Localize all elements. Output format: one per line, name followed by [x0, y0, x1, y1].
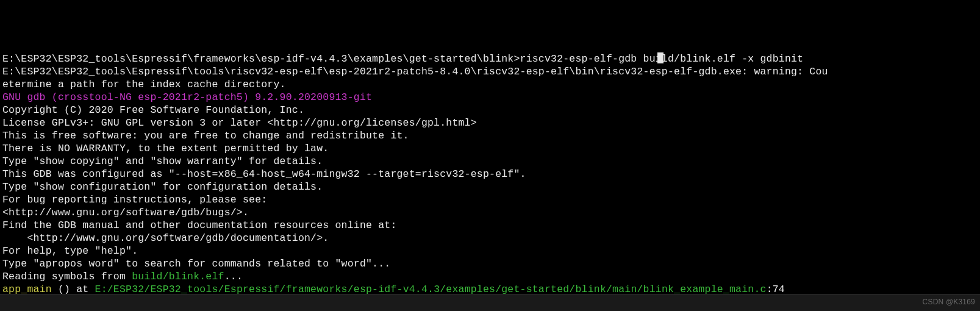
terminal-text-segment: There is NO WARRANTY, to the extent perm… [2, 143, 329, 154]
terminal-output[interactable]: E:\ESP32\ESP32_tools\Espressif\framework… [2, 52, 978, 296]
terminal-text-segment: Copyright (C) 2020 Free Software Foundat… [2, 104, 304, 116]
terminal-text-segment: Type "show configuration" for configurat… [2, 181, 323, 193]
watermark-text: CSDN @K3169 [923, 296, 975, 309]
terminal-text-segment: <http://www.gnu.org/software/gdb/bugs/>. [2, 207, 249, 218]
terminal-line: Type "show copying" and "show warranty" … [2, 155, 978, 168]
terminal-line: This GDB was configured as "--host=x86_6… [2, 168, 978, 181]
terminal-line: E:\ESP32\ESP32_tools\Espressif\framework… [2, 52, 978, 65]
terminal-text-segment: GNU gdb (crosstool-NG esp-2021r2-patch5)… [2, 91, 372, 103]
terminal-text-segment: License GPLv3+: GNU GPL version 3 or lat… [2, 117, 477, 129]
terminal-line: <http://www.gnu.org/software/gdb/bugs/>. [2, 206, 978, 219]
terminal-line: Type "apropos word" to search for comman… [2, 257, 978, 270]
terminal-text-segment: For help, type "help". [2, 245, 138, 257]
terminal-text-segment: This is free software: you are free to c… [2, 130, 409, 141]
terminal-text-segment: This GDB was configured as "--host=x86_6… [2, 168, 526, 180]
terminal-line: E:\ESP32\ESP32_tools\Espressif\tools\ris… [2, 65, 978, 78]
terminal-text-segment: <http://www.gnu.org/software/gdb/documen… [2, 232, 329, 244]
terminal-line: License GPLv3+: GNU GPL version 3 or lat… [2, 116, 978, 129]
terminal-line: For help, type "help". [2, 245, 978, 257]
terminal-text-segment: Find the GDB manual and other documentat… [2, 220, 397, 231]
terminal-line: Type "show configuration" for configurat… [2, 181, 978, 193]
terminal-text-segment: E:\ESP32\ESP32_tools\Espressif\framework… [2, 53, 803, 65]
text-cursor [657, 52, 663, 63]
terminal-text-segment: E:\ESP32\ESP32_tools\Espressif\tools\ris… [2, 66, 828, 77]
terminal-line: This is free software: you are free to c… [2, 129, 978, 142]
terminal-text-segment: etermine a path for the index cache dire… [2, 79, 286, 90]
terminal-line: Find the GDB manual and other documentat… [2, 219, 978, 232]
terminal-line: GNU gdb (crosstool-NG esp-2021r2-patch5)… [2, 91, 978, 104]
terminal-text-segment: Type "apropos word" to search for comman… [2, 258, 390, 270]
terminal-text-segment: ... [224, 271, 243, 282]
terminal-line: etermine a path for the index cache dire… [2, 78, 978, 91]
terminal-text-segment: Reading symbols from [2, 271, 132, 282]
terminal-line: <http://www.gnu.org/software/gdb/documen… [2, 232, 978, 245]
terminal-line: Reading symbols from build/blink.elf... [2, 270, 978, 283]
terminal-text-segment: Type "show copying" and "show warranty" … [2, 156, 323, 167]
terminal-text-segment: For bug reporting instructions, please s… [2, 194, 267, 206]
terminal-line: There is NO WARRANTY, to the extent perm… [2, 142, 978, 155]
terminal-text-segment: build/blink.elf [132, 271, 224, 282]
terminal-line: For bug reporting instructions, please s… [2, 193, 978, 206]
bottom-bar [0, 294, 980, 311]
terminal-line: Copyright (C) 2020 Free Software Foundat… [2, 104, 978, 116]
